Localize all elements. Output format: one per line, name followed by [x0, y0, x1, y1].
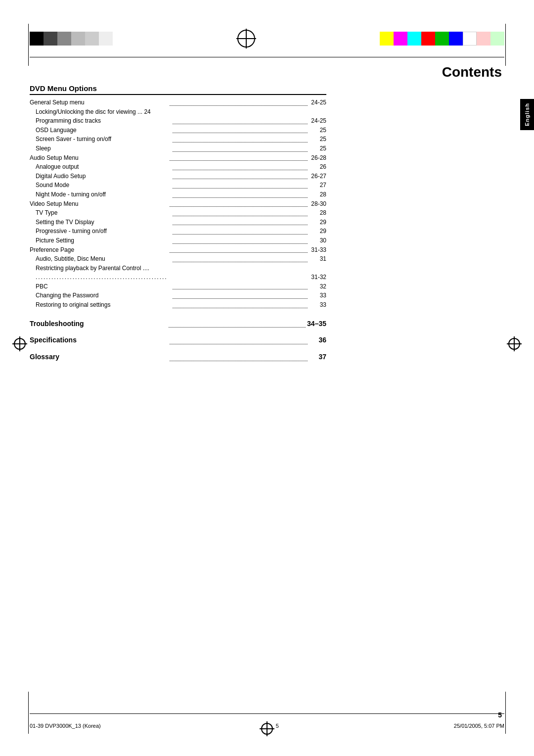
toc-entry-specifications: Specifications 36	[30, 335, 326, 346]
troubleshooting-section: Troubleshooting 34–35	[30, 319, 326, 330]
color-block	[490, 32, 504, 46]
crosshair-shape	[12, 336, 27, 351]
toc-entry: Setting the TV Display 29	[30, 218, 326, 227]
crosshair-circle	[237, 30, 255, 47]
toc-entry-glossary: Glossary 37	[30, 352, 326, 363]
toc-entry: Changing the Password 33	[30, 291, 326, 300]
color-block	[99, 32, 113, 46]
color-block	[449, 32, 463, 46]
toc-entry: Restoring to original settings 33	[30, 300, 326, 310]
toc-entry: OSD Language 25	[30, 126, 326, 135]
toc-entry: Progressive - turning on/off 29	[30, 227, 326, 236]
toc-entry: ........................................…	[30, 273, 326, 282]
specifications-section: Specifications 36	[30, 335, 326, 346]
color-block	[44, 32, 57, 46]
crosshair-shape	[260, 721, 274, 736]
section-dvd-menu-options: DVD Menu Options	[30, 84, 326, 95]
color-block	[380, 32, 394, 46]
footer-center-page: 5	[276, 723, 279, 729]
color-block	[435, 32, 449, 46]
color-block	[394, 32, 407, 46]
color-block	[407, 32, 421, 46]
toc-entry: Audio Setup Menu 26-28	[30, 153, 326, 163]
toc-entry: Analogue output 26	[30, 162, 326, 172]
color-blocks-right	[380, 32, 504, 46]
color-block	[85, 32, 99, 46]
color-block	[463, 32, 477, 46]
language-tab: English	[520, 99, 534, 130]
crosshair-circle	[508, 338, 520, 350]
crosshair-circle	[261, 723, 273, 735]
toc-entry: Restricting playback by Parental Control…	[30, 264, 326, 273]
color-block	[421, 32, 435, 46]
toc-entry: PBC 32	[30, 282, 326, 291]
footer-right: 25/01/2005, 5:07 PM	[454, 723, 504, 729]
toc-entry: Audio, Subtitle, Disc Menu 31	[30, 254, 326, 264]
toc-entry: Locking/Unlocking the disc for viewing .…	[30, 107, 326, 117]
toc-entry: Picture Setting 30	[30, 236, 326, 245]
crosshair-shape	[507, 336, 522, 351]
toc-entry: Night Mode - turning on/off 28	[30, 190, 326, 199]
footer-crosshair	[260, 721, 274, 736]
toc-entry-troubleshooting: Troubleshooting 34–35	[30, 319, 326, 330]
toc-entry: General Setup menu 24-25	[30, 98, 326, 107]
color-blocks-left	[30, 32, 113, 46]
page-number: 5	[498, 711, 502, 719]
footer-left: 01-39 DVP3000K_13 (Korea)	[30, 723, 101, 729]
page-title: Contents	[442, 64, 502, 80]
toc-entry: Sleep 25	[30, 144, 326, 153]
toc-entry: Digital Audio Setup 26-27	[30, 172, 326, 181]
right-vline-bottom	[505, 692, 506, 734]
toc-entry: Programming disc tracks 24-25	[30, 116, 326, 126]
color-block	[57, 32, 71, 46]
toc-entry: TV Type 28	[30, 208, 326, 218]
center-crosshair	[236, 29, 256, 48]
left-crosshair	[12, 336, 27, 351]
toc-entry: Preference Page 31-33	[30, 245, 326, 255]
toc-entry: Screen Saver - turning on/off 25	[30, 135, 326, 144]
right-crosshair	[507, 336, 522, 351]
language-tab-label: English	[524, 103, 530, 126]
bottom-rule	[30, 713, 504, 714]
top-bar	[0, 24, 534, 53]
toc-entry: Sound Mode 27	[30, 181, 326, 190]
top-rule	[30, 57, 504, 57]
color-block	[71, 32, 85, 46]
crosshair-circle	[14, 338, 26, 350]
left-vline-bottom	[28, 692, 29, 734]
color-block	[477, 32, 490, 46]
glossary-section: Glossary 37	[30, 352, 326, 363]
table-of-contents: DVD Menu Options General Setup menu 24-2…	[30, 84, 326, 363]
color-block	[30, 32, 44, 46]
toc-entry: Video Setup Menu 28-30	[30, 199, 326, 209]
